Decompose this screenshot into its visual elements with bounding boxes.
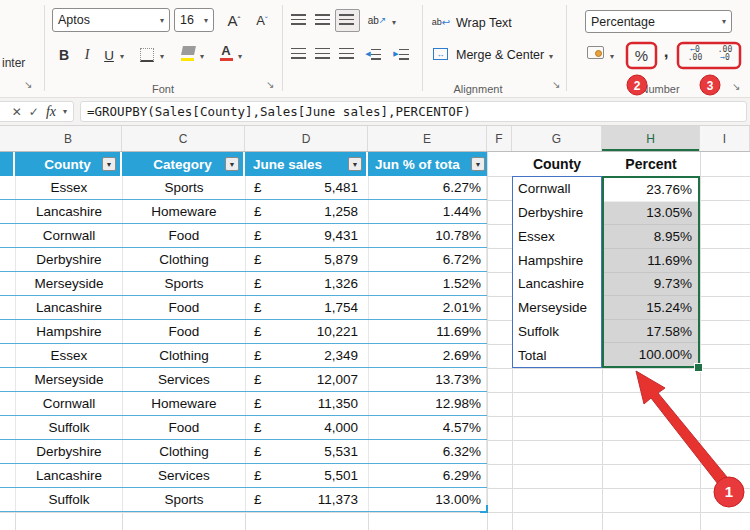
- cell-june-sales[interactable]: £10,221: [245, 320, 368, 343]
- column-header-H[interactable]: H: [602, 126, 700, 151]
- enter-icon[interactable]: ✓: [29, 105, 39, 119]
- cell-category[interactable]: Sports: [122, 176, 245, 199]
- cell-county[interactable]: Essex: [15, 176, 122, 199]
- cell-county[interactable]: Cornwall: [15, 392, 122, 415]
- summary-percent-cell[interactable]: 13.05%: [604, 202, 698, 226]
- cell-county[interactable]: Suffolk: [15, 416, 122, 439]
- cell-sliver[interactable]: [0, 224, 15, 247]
- cell-jun-pct[interactable]: 1.52%: [368, 272, 487, 295]
- summary-percent-cell[interactable]: 100.00%: [604, 343, 698, 366]
- filter-icon[interactable]: ▼: [348, 157, 362, 171]
- cell-category[interactable]: Homeware: [122, 200, 245, 223]
- cell-county[interactable]: Suffolk: [15, 488, 122, 511]
- percent-style-button[interactable]: %: [629, 44, 654, 67]
- cell-category[interactable]: Food: [122, 296, 245, 319]
- table-resize-handle[interactable]: [480, 505, 488, 513]
- align-center-icon[interactable]: [315, 48, 330, 60]
- cell-june-sales[interactable]: £9,431: [245, 224, 368, 247]
- summary-county-cell[interactable]: Suffolk: [513, 320, 601, 344]
- cell-county[interactable]: Essex: [15, 344, 122, 367]
- cell-sliver[interactable]: [0, 176, 15, 199]
- comma-style-button[interactable]: ,: [659, 40, 673, 63]
- fx-icon[interactable]: fx: [46, 104, 56, 120]
- cell-category[interactable]: Food: [122, 320, 245, 343]
- cell-sliver[interactable]: [0, 392, 15, 415]
- orientation-dropdown-icon[interactable]: ▾: [392, 18, 396, 27]
- decrease-decimal-button[interactable]: .00→0: [712, 46, 738, 62]
- fill-handle[interactable]: [694, 363, 703, 372]
- align-top-icon[interactable]: [291, 14, 306, 26]
- cell-jun-pct[interactable]: 2.69%: [368, 344, 487, 367]
- cell-sliver[interactable]: [0, 464, 15, 487]
- accounting-format-icon[interactable]: [587, 46, 604, 59]
- cell-june-sales[interactable]: £5,481: [245, 176, 368, 199]
- cell-county[interactable]: Merseyside: [15, 368, 122, 391]
- cell-category[interactable]: Food: [122, 416, 245, 439]
- cell-june-sales[interactable]: £2,349: [245, 344, 368, 367]
- column-header-B[interactable]: B: [15, 126, 122, 151]
- cell-jun-pct[interactable]: 4.57%: [368, 416, 487, 439]
- summary-percent-cell[interactable]: 23.76%: [604, 178, 698, 202]
- underline-dropdown-icon[interactable]: ▾: [120, 52, 124, 61]
- summary-percent-cell[interactable]: 15.24%: [604, 296, 698, 320]
- align-middle-icon[interactable]: [315, 14, 330, 26]
- cell-jun-pct[interactable]: 1.44%: [368, 200, 487, 223]
- cell-category[interactable]: Clothing: [122, 344, 245, 367]
- cell-category[interactable]: Clothing: [122, 248, 245, 271]
- cell-june-sales[interactable]: £11,373: [245, 488, 368, 511]
- cell-category[interactable]: Food: [122, 224, 245, 247]
- decrease-font-size-icon[interactable]: Aˇ: [250, 9, 274, 31]
- wrap-text-icon[interactable]: ab↩: [432, 14, 450, 30]
- bold-button[interactable]: B: [54, 44, 74, 66]
- summary-percent-header[interactable]: Percent: [602, 152, 700, 176]
- cell-county[interactable]: Hampshire: [15, 320, 122, 343]
- cell-sliver[interactable]: [0, 200, 15, 223]
- font-color-icon[interactable]: A: [219, 42, 233, 58]
- cell-category[interactable]: Services: [122, 464, 245, 487]
- align-right-icon[interactable]: [339, 48, 354, 60]
- cell-sliver[interactable]: [0, 488, 15, 511]
- cell-sliver[interactable]: [0, 296, 15, 319]
- cell-county[interactable]: Lancashire: [15, 296, 122, 319]
- underline-button[interactable]: U: [100, 44, 118, 66]
- cell-june-sales[interactable]: £5,879: [245, 248, 368, 271]
- summary-county-cell[interactable]: Cornwall: [513, 177, 601, 201]
- cell-county[interactable]: Lancashire: [15, 464, 122, 487]
- filter-icon[interactable]: ▼: [225, 157, 239, 171]
- summary-percent-cell[interactable]: 11.69%: [604, 249, 698, 273]
- merge-center-label[interactable]: Merge & Center: [456, 48, 544, 62]
- borders-icon[interactable]: [140, 48, 154, 62]
- cell-county[interactable]: Lancashire: [15, 200, 122, 223]
- cell-june-sales[interactable]: £12,007: [245, 368, 368, 391]
- cell-sliver[interactable]: [0, 344, 15, 367]
- cell-category[interactable]: Services: [122, 368, 245, 391]
- cell-jun-pct[interactable]: 13.00%: [368, 488, 487, 511]
- format-painter-label-partial[interactable]: inter: [2, 56, 25, 70]
- summary-county-cell[interactable]: Hampshire: [513, 248, 601, 272]
- summary-county-cell[interactable]: Lancashire: [513, 272, 601, 296]
- header-june-sales[interactable]: June sales ▼: [245, 152, 368, 176]
- summary-county-header[interactable]: County: [512, 152, 602, 176]
- cell-jun-pct[interactable]: 6.72%: [368, 248, 487, 271]
- cell-june-sales[interactable]: £4,000: [245, 416, 368, 439]
- formula-input[interactable]: =GROUPBY(Sales[County],Sales[June sales]…: [80, 101, 747, 122]
- cell-jun-pct[interactable]: 13.73%: [368, 368, 487, 391]
- decrease-indent-icon[interactable]: ◀: [362, 46, 384, 62]
- cell-sliver[interactable]: [0, 440, 15, 463]
- column-header-E[interactable]: E: [368, 126, 487, 151]
- borders-dropdown-icon[interactable]: ▾: [160, 52, 164, 61]
- cell-county[interactable]: Merseyside: [15, 272, 122, 295]
- cell-jun-pct[interactable]: 6.32%: [368, 440, 487, 463]
- cell-jun-pct[interactable]: 12.98%: [368, 392, 487, 415]
- cell-sliver[interactable]: [0, 248, 15, 271]
- cell-jun-pct[interactable]: 10.78%: [368, 224, 487, 247]
- wrap-text-label[interactable]: Wrap Text: [456, 16, 512, 30]
- cell-category[interactable]: Clothing: [122, 440, 245, 463]
- cell-sliver[interactable]: [0, 320, 15, 343]
- font-size-combobox[interactable]: 16 ▾: [174, 8, 214, 32]
- orientation-icon[interactable]: ab↗: [366, 12, 388, 28]
- font-name-combobox[interactable]: Aptos ▾: [52, 8, 170, 32]
- filter-icon[interactable]: ▼: [102, 157, 116, 171]
- summary-percent-cell[interactable]: 17.58%: [604, 320, 698, 344]
- cell-category[interactable]: Sports: [122, 272, 245, 295]
